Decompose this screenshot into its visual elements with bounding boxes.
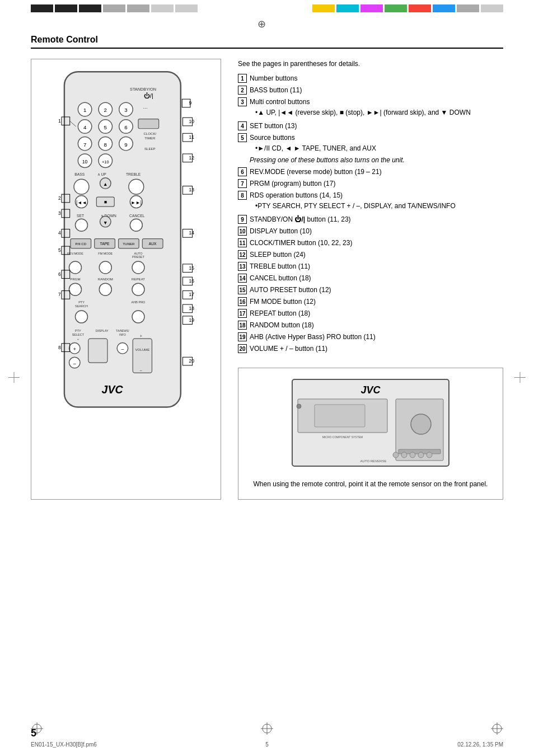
item-number: 9 (238, 215, 247, 224)
svg-text:4: 4 (83, 124, 87, 130)
svg-text:18: 18 (189, 306, 195, 311)
item-text: CLOCK/TIMER button (10, 22, 23) (250, 238, 503, 248)
svg-text:10: 10 (189, 119, 195, 124)
svg-text:10: 10 (82, 159, 88, 165)
svg-text:7: 7 (58, 292, 61, 297)
top-bar-left (31, 4, 198, 12)
bar-4 (103, 4, 125, 12)
bar-r7 (457, 4, 479, 12)
item-number: 2 (238, 86, 247, 95)
item-text: DISPLAY button (10) (250, 226, 503, 236)
item-number: 15 (238, 285, 247, 294)
svg-point-37 (129, 179, 144, 194)
svg-point-75 (75, 311, 87, 323)
item-number: 5 (238, 133, 247, 142)
svg-rect-149 (315, 405, 365, 427)
item-text: Source buttons ►/II CD, ◄ ► TAPE, TUNER,… (250, 133, 503, 165)
svg-text:3: 3 (124, 107, 127, 113)
svg-text:REPEAT: REPEAT (132, 277, 145, 281)
bar-r6 (433, 4, 455, 12)
svg-text:PRGM: PRGM (70, 277, 80, 281)
svg-text:AHB PRO: AHB PRO (132, 300, 146, 304)
device-svg: JVC MICRO COMPONENT SYSTEM AUTO REVERSE (287, 374, 455, 475)
svg-point-47 (75, 219, 87, 231)
bar-r3 (360, 4, 383, 12)
svg-text:TA/NEWS/: TA/NEWS/ (116, 330, 129, 332)
item-number: 11 (238, 238, 247, 247)
item-text: TREBLE button (11) (250, 261, 503, 271)
item-number: 8 (238, 191, 247, 200)
item-number: 17 (238, 309, 247, 318)
svg-point-69 (69, 283, 81, 295)
section-rule (31, 48, 503, 49)
item-text: AUTO PRESET button (12) (250, 285, 503, 295)
svg-text:►►|: ►►| (131, 200, 142, 206)
svg-text:CANCEL: CANCEL (129, 214, 145, 218)
svg-point-70 (99, 283, 111, 295)
svg-text:P/II CD: P/II CD (75, 242, 86, 246)
list-item: 3 Multi control buttons ▲ UP, |◄◄ (rever… (238, 97, 503, 119)
list-item: 20 VOLUME + / – button (11) (238, 344, 503, 354)
item-number: 14 (238, 274, 247, 283)
svg-text:PTY: PTY (75, 329, 81, 332)
svg-point-150 (297, 404, 301, 408)
item-number: 12 (238, 250, 247, 259)
list-item: 5 Source buttons ►/II CD, ◄ ► TAPE, TUNE… (238, 133, 503, 165)
svg-text:6: 6 (124, 124, 127, 130)
list-item: 17 REPEAT button (18) (238, 308, 503, 318)
bar-7 (175, 4, 198, 12)
svg-text:▲: ▲ (103, 181, 107, 187)
svg-text:MICRO COMPONENT SYSTEM: MICRO COMPONENT SYSTEM (322, 435, 363, 439)
list-item: 12 SLEEP button (24) (238, 250, 503, 260)
svg-text:∧ UP: ∧ UP (97, 172, 107, 176)
svg-text:1: 1 (83, 107, 86, 113)
svg-point-65 (132, 261, 144, 274)
item-number: 3 (238, 97, 247, 106)
footer-date: 02.12.26, 1:35 PM (457, 741, 503, 748)
svg-text:SET: SET (77, 214, 84, 218)
svg-text:···: ··· (143, 105, 148, 111)
svg-text:2: 2 (104, 107, 107, 113)
bar-r8 (481, 4, 503, 12)
item-number: 19 (238, 332, 247, 341)
svg-text:TIMER: TIMER (144, 136, 156, 140)
svg-text:FM MODE: FM MODE (98, 252, 113, 255)
svg-point-63 (69, 261, 81, 274)
page-number: 5 (31, 727, 36, 739)
svg-text:⏻/|: ⏻/| (144, 92, 153, 99)
svg-text:|◄◄: |◄◄ (76, 200, 87, 206)
item-list: 1 Number buttons 2 BASS button (11) 3 Mu… (238, 73, 503, 354)
description-area: See the pages in parentheses for details… (238, 59, 503, 500)
list-item: 10 DISPLAY button (10) (238, 226, 503, 236)
footer-filename: EN01-15_UX-H30[B]f.pm6 (31, 741, 97, 748)
compass-top: ⊕ (257, 18, 266, 30)
svg-text:15: 15 (189, 265, 195, 271)
item-number: 18 (238, 321, 247, 330)
svg-text:6: 6 (58, 271, 61, 277)
list-item: 9 STANDBY/ON ⏻/| button (11, 23) (238, 214, 503, 224)
svg-point-64 (99, 261, 111, 274)
svg-text:16: 16 (189, 278, 195, 284)
list-item: 14 CANCEL button (18) (238, 273, 503, 283)
bar-r1 (312, 4, 335, 12)
list-item: 4 SET button (13) (238, 121, 503, 131)
svg-text:TREBLE: TREBLE (126, 172, 141, 176)
reg-mark-left (8, 372, 20, 384)
svg-text:AUTO REVERSE: AUTO REVERSE (360, 459, 387, 463)
svg-text:INFO: INFO (119, 334, 126, 336)
svg-point-147 (418, 452, 424, 458)
svg-text:JVC: JVC (360, 384, 381, 396)
svg-text:+10: +10 (102, 159, 109, 165)
list-item: 15 AUTO PRESET button (12) (238, 285, 503, 295)
list-item: 13 TREBLE button (11) (238, 261, 503, 271)
svg-text:12: 12 (189, 155, 195, 161)
list-item: 19 AHB (Active Hyper Bass) PRO button (1… (238, 332, 503, 342)
remote-svg: STANDBY/ON ⏻/| 1 2 3 ··· DISPLAY 4 5 6 (37, 65, 215, 421)
item-text: REV.MODE (reverse mode) button (19 – 21) (250, 167, 503, 177)
bar-1 (31, 4, 53, 12)
svg-text:14: 14 (189, 230, 195, 236)
svg-text:■: ■ (104, 199, 107, 205)
svg-text:8: 8 (58, 345, 61, 350)
item-text: BASS button (11) (250, 85, 503, 95)
svg-text:9: 9 (124, 142, 127, 148)
